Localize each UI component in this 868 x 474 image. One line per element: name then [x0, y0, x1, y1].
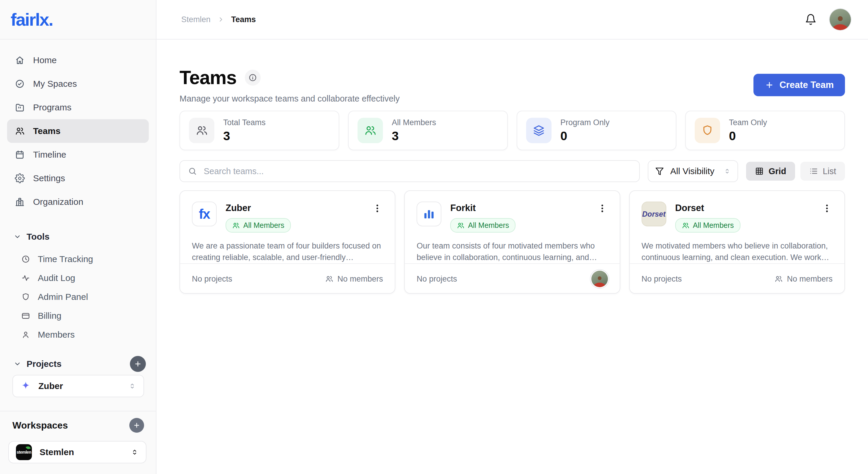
workspace-selector[interactable]: stemlen Stemlen — [8, 441, 147, 463]
create-team-button[interactable]: Create Team — [753, 74, 845, 96]
main-area: Stemlen Teams Teams Manage your workspac… — [156, 0, 868, 474]
plus-icon — [765, 80, 774, 90]
tools-section: Tools Time Tracking Audit Log Admin Pane… — [0, 230, 156, 344]
sidebar-item-label: Timeline — [33, 150, 66, 160]
users-icon — [364, 124, 376, 137]
sidebar-item-label: Organization — [33, 197, 83, 207]
sidebar-item-billing[interactable]: Billing — [0, 306, 156, 325]
sidebar-item-programs[interactable]: Programs — [7, 96, 149, 119]
stat-label: Team Only — [729, 118, 767, 127]
check-circle-icon — [15, 79, 25, 89]
projects-section-toggle[interactable]: Projects — [0, 357, 61, 370]
workspace-logo: stemlen — [16, 444, 32, 460]
add-workspace-button[interactable] — [129, 418, 144, 433]
breadcrumb: Stemlen Teams — [181, 15, 256, 24]
clock-icon — [21, 255, 30, 263]
sidebar-item-admin-panel[interactable]: Admin Panel — [0, 287, 156, 306]
plus-icon — [134, 360, 142, 368]
brand-logo[interactable]: fairlx. — [11, 9, 53, 30]
kebab-icon — [597, 203, 607, 213]
workspaces-section: Workspaces stemlen Stemlen — [0, 411, 156, 463]
tools-section-title: Tools — [27, 232, 50, 242]
projects-count: No projects — [416, 275, 457, 284]
sidebar-item-organization[interactable]: Organization — [7, 190, 149, 214]
team-card-forkit[interactable]: Forkit All Members Our team consists of … — [404, 190, 620, 294]
home-icon — [15, 55, 25, 65]
kebab-menu-button[interactable] — [822, 201, 833, 214]
kebab-icon — [822, 203, 832, 213]
credit-card-icon — [21, 311, 30, 320]
breadcrumb-workspace[interactable]: Stemlen — [181, 15, 211, 24]
user-icon — [21, 330, 30, 339]
projects-count: No projects — [192, 275, 232, 284]
notifications-button[interactable] — [805, 13, 817, 25]
kebab-menu-button[interactable] — [597, 201, 608, 214]
member-avatar[interactable] — [591, 271, 608, 287]
kebab-menu-button[interactable] — [372, 201, 383, 214]
stat-card-all-members: All Members 3 — [348, 111, 508, 150]
sidebar-item-label: Teams — [33, 126, 61, 136]
project-selector[interactable]: Zuber — [12, 375, 144, 397]
folder-icon — [15, 102, 25, 113]
stat-card-program-only: Program Only 0 — [517, 111, 676, 150]
tool-item-label: Billing — [38, 311, 61, 321]
stats-row: Total Teams 3 All Members 3 Program Only… — [180, 111, 845, 150]
sidebar-item-label: Settings — [33, 173, 65, 183]
sidebar-item-audit-log[interactable]: Audit Log — [0, 268, 156, 287]
bar-chart-icon — [422, 207, 436, 221]
info-icon[interactable] — [245, 70, 261, 86]
grid-view-button[interactable]: Grid — [746, 162, 795, 181]
user-avatar[interactable] — [830, 9, 851, 30]
shield-icon — [21, 292, 30, 301]
team-grid: fx Zuber All Members We are a passionate… — [180, 190, 845, 294]
tool-item-label: Audit Log — [38, 273, 75, 283]
visibility-badge: All Members — [450, 218, 516, 232]
visibility-badge: All Members — [675, 218, 740, 232]
stat-value: 3 — [223, 129, 266, 143]
sidebar-item-label: My Spaces — [33, 79, 77, 89]
funnel-icon — [655, 166, 664, 176]
logo-area: fairlx. — [0, 0, 156, 39]
sidebar-item-teams[interactable]: Teams — [7, 119, 149, 143]
users-icon — [774, 275, 783, 283]
team-name: Forkit — [450, 203, 597, 213]
team-card-dorset[interactable]: Dorset Dorset All Members We motivated m… — [629, 190, 845, 294]
chevrons-up-down-icon — [130, 448, 139, 456]
sidebar-item-my-spaces[interactable]: My Spaces — [7, 72, 149, 96]
search-box — [180, 160, 640, 182]
sidebar-item-home[interactable]: Home — [7, 49, 149, 72]
team-logo — [416, 201, 441, 226]
sidebar-item-time-tracking[interactable]: Time Tracking — [0, 250, 156, 268]
layers-icon — [533, 124, 545, 137]
list-view-button[interactable]: List — [800, 162, 845, 181]
tool-item-label: Members — [38, 330, 75, 340]
stat-label: All Members — [392, 118, 436, 127]
team-description: Our team consists of four motivated memb… — [416, 240, 608, 263]
grid-icon — [755, 167, 764, 176]
team-logo: fx — [192, 201, 217, 226]
plus-icon — [133, 421, 141, 429]
sidebar-item-timeline[interactable]: Timeline — [7, 143, 149, 166]
stat-card-team-only: Team Only 0 — [685, 111, 845, 150]
visibility-badge-label: All Members — [243, 221, 284, 230]
sidebar-item-label: Programs — [33, 102, 71, 113]
search-input[interactable] — [203, 166, 631, 177]
team-name: Zuber — [225, 203, 372, 213]
add-project-button[interactable] — [130, 356, 146, 372]
visibility-filter[interactable]: All Visibility — [648, 160, 738, 182]
chevrons-up-down-icon — [723, 167, 731, 175]
tools-list: Time Tracking Audit Log Admin Panel Bill… — [0, 250, 156, 344]
stat-label: Program Only — [560, 118, 610, 127]
sparkle-icon — [20, 380, 31, 392]
page-title: Teams — [180, 67, 237, 88]
stat-value: 0 — [729, 129, 767, 143]
sidebar-item-settings[interactable]: Settings — [7, 166, 149, 190]
stat-label: Total Teams — [223, 118, 266, 127]
team-card-zuber[interactable]: fx Zuber All Members We are a passionate… — [180, 190, 395, 294]
sidebar: fairlx. Home My Spaces Programs Teams Ti… — [0, 0, 156, 474]
create-team-label: Create Team — [779, 80, 834, 90]
tools-section-toggle[interactable]: Tools — [0, 230, 156, 243]
primary-nav: Home My Spaces Programs Teams Timeline S… — [0, 39, 156, 214]
chevron-right-icon — [217, 15, 225, 23]
sidebar-item-members[interactable]: Members — [0, 325, 156, 344]
